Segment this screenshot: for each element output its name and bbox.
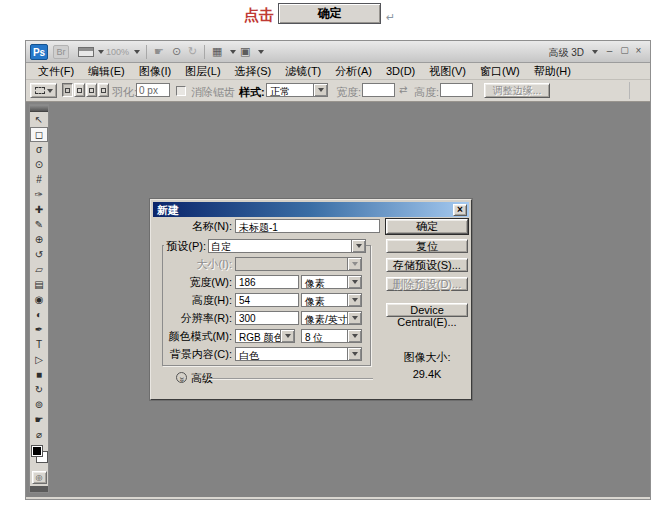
background-contents-dropdown[interactable]: 白色 [235,347,362,361]
ok-button[interactable]: 确定 [386,219,468,234]
workspace-caret-icon[interactable] [592,50,598,54]
save-preset-button[interactable]: 存储预设(S)... [386,258,468,272]
arrange-documents-caret-icon[interactable] [230,50,236,54]
close-button[interactable]: × [632,46,645,57]
refine-edge-button[interactable]: 调整边缘... [484,83,550,98]
bit-depth-dropdown[interactable]: 8 位 [301,329,362,343]
preset-dropdown-caret-icon[interactable] [351,240,365,252]
intersect-selection-button[interactable] [98,83,109,97]
zoom-level-value[interactable]: 100% [106,47,129,57]
screen-mode-caret-icon[interactable] [258,50,264,54]
screen-mode-icon[interactable]: ▣ [240,45,250,58]
menu-item-file[interactable]: 文件(F) [31,63,81,80]
tool-type[interactable]: T [30,337,48,352]
device-central-button[interactable]: Device Central(E)... [386,303,468,317]
tool-healing-brush[interactable]: ✚ [30,202,48,217]
width-unit-dropdown[interactable]: 像素 [301,275,362,289]
color-mode-caret-icon[interactable] [280,330,294,342]
workspace-switcher[interactable]: 高级 3D [548,46,584,60]
tool-quick-selection[interactable]: ⊙ [30,157,48,172]
tool-hand[interactable]: ☛ [30,412,48,427]
feather-input[interactable]: 0 px [136,83,170,97]
style-dropdown-caret-icon[interactable] [313,84,327,96]
tool-lasso[interactable]: σ [30,142,48,157]
tool-blur[interactable]: ◉ [30,292,48,307]
menu-item-help[interactable]: 帮助(H) [527,63,578,80]
resolution-unit-caret-icon[interactable] [347,312,361,324]
add-to-selection-button[interactable] [74,83,85,97]
zoom-tool-icon[interactable]: ⊙ [172,45,181,58]
tool-path-selection[interactable]: ▷ [30,352,48,367]
tool-3d-rotate[interactable]: ↻ [30,382,48,397]
hand-tool-icon[interactable]: ☛ [154,45,164,58]
menu-item-select[interactable]: 选择(S) [228,63,279,80]
arrange-documents-icon[interactable]: ▦ [212,45,222,58]
new-selection-button[interactable] [62,83,73,97]
antialias-checkbox[interactable] [176,86,186,96]
marquee-preset-icon [35,87,45,94]
height-input[interactable] [440,83,473,97]
tool-crop[interactable]: # [30,172,48,187]
resolution-label: 分辨率(R): [151,311,232,325]
rotate-view-icon[interactable]: ↻ [188,45,197,58]
toolbox-grip[interactable] [30,105,48,112]
swap-dimensions-icon[interactable]: ⇄ [399,84,407,95]
tool-preset-picker[interactable] [30,83,57,98]
foreground-color-swatch[interactable] [32,446,42,456]
tool-shape[interactable]: ■ [30,367,48,382]
tool-brush[interactable]: ✎ [30,217,48,232]
name-input[interactable]: 未标题-1 [235,219,380,233]
width-value-input[interactable]: 186 [235,275,299,289]
quick-selection-icon: ⊙ [35,160,43,170]
menu-item-3d[interactable]: 3D(D) [379,64,422,78]
minimize-button[interactable]: – [603,46,616,57]
bridge-icon[interactable]: Br [53,45,69,59]
height-unit-dropdown[interactable]: 像素 [301,293,362,307]
tool-marquee[interactable]: ◻ [30,127,48,142]
dialog-close-icon[interactable]: × [453,204,467,216]
style-label: 样式: [239,85,265,100]
width-input[interactable] [362,83,395,97]
tool-eraser[interactable]: ▱ [30,262,48,277]
bit-depth-caret-icon[interactable] [347,330,361,342]
ok-button-screenshot[interactable]: 确定 [278,3,381,24]
photoshop-logo-icon: Ps [30,44,48,60]
quick-mask-button[interactable]: ◎ [32,471,47,484]
subtract-from-selection-button[interactable] [86,83,97,97]
view-extras-caret-icon[interactable] [98,50,104,54]
color-mode-dropdown[interactable]: RGB 颜色 [235,329,295,343]
preset-dropdown[interactable]: 自定 [208,239,366,253]
height-value-input[interactable]: 54 [235,293,299,307]
new-document-dialog: 新建 × 名称(N): 未标题-1 确定 预设(P): 自定 复位 大小(I):… [150,199,472,400]
advanced-expander-button[interactable]: » [176,372,187,383]
tool-eyedropper[interactable]: ✑ [30,187,48,202]
tool-move[interactable]: ↖ [30,112,48,127]
tool-history-brush[interactable]: ↺ [30,247,48,262]
tool-3d-orbit[interactable]: ⊚ [30,397,48,412]
style-dropdown[interactable]: 正常 [266,83,328,97]
reset-button[interactable]: 复位 [386,239,468,253]
new-selection-icon [65,88,70,93]
menu-item-edit[interactable]: 编辑(E) [81,63,132,80]
zoom-level-caret-icon[interactable] [134,50,140,54]
restore-button[interactable]: ▢ [618,46,631,57]
tool-pen[interactable]: ✒ [30,322,48,337]
resolution-input[interactable]: 300 [235,311,299,325]
tool-clone-stamp[interactable]: ⊕ [30,232,48,247]
view-extras-icon[interactable] [78,47,94,57]
menu-item-layer[interactable]: 图层(L) [178,63,227,80]
menu-item-analysis[interactable]: 分析(A) [328,63,379,80]
menu-item-filter[interactable]: 滤镜(T) [278,63,328,80]
resolution-unit-dropdown[interactable]: 像素/英寸 [301,311,362,325]
width-unit-caret-icon[interactable] [347,276,361,288]
tool-dodge[interactable]: ◐ [30,307,48,322]
tool-zoom[interactable]: ⌀ [30,427,48,442]
tool-gradient[interactable]: ▤ [30,277,48,292]
menu-item-window[interactable]: 窗口(W) [473,63,527,80]
menu-item-view[interactable]: 视图(V) [422,63,473,80]
menu-item-image[interactable]: 图像(I) [132,63,178,80]
background-contents-caret-icon[interactable] [347,348,361,360]
dialog-titlebar[interactable]: 新建 [153,202,469,217]
height-unit-caret-icon[interactable] [347,294,361,306]
options-divider [629,82,630,99]
